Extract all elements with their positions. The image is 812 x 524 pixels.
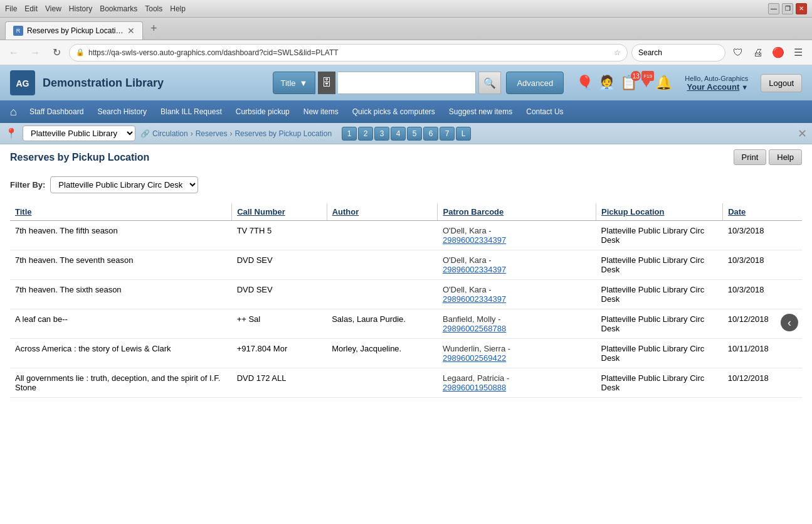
browser-icon-bar: 🛡 🖨 🔴 ☰ [729, 44, 807, 61]
home-icon[interactable]: ⌂ [5, 103, 22, 121]
bookmark-icon[interactable]: ☆ [614, 48, 621, 57]
extension-icon-btn[interactable]: 🔴 [769, 44, 787, 61]
cell-title-3: A leaf can be-- [10, 309, 232, 339]
cell-call-1: DVD SEV [232, 250, 327, 280]
col-header-author[interactable]: Author [327, 203, 438, 221]
search-type-select[interactable]: Title ▼ [273, 72, 316, 94]
col-header-patron-barcode[interactable]: Patron Barcode [438, 203, 596, 221]
menu-bookmarks[interactable]: Bookmarks [100, 4, 137, 13]
menu-tools[interactable]: Tools [145, 4, 162, 13]
col-header-call-number[interactable]: Call Number [232, 203, 327, 221]
patron-barcode-link-4[interactable]: 29896002569422 [443, 353, 506, 363]
nav-curbside[interactable]: Curbside pickup [229, 104, 296, 120]
cell-author-1 [327, 250, 438, 280]
patron-barcode-link-3[interactable]: 29896002568788 [443, 324, 506, 333]
search-button[interactable]: 🔍 [478, 72, 501, 94]
menu-file[interactable]: File [5, 4, 17, 13]
tab-title: Reserves by Pickup Location | S [27, 26, 124, 35]
patron-barcode-link-1[interactable]: 29896002334397 [443, 265, 506, 274]
page-5[interactable]: 5 [407, 127, 422, 141]
close-button[interactable]: ✕ [796, 3, 807, 14]
page-7[interactable]: 7 [440, 127, 455, 141]
cell-author-0 [327, 221, 438, 250]
table-row: All governments lie : truth, deception, … [10, 368, 802, 398]
content-area: ‹ Reserves by Pickup Location Print Help… [0, 144, 812, 524]
table-row: A leaf can be-- ++ Sal Salas, Laura Purd… [10, 309, 802, 339]
new-tab-button[interactable]: + [145, 19, 162, 38]
col-header-pickup-location[interactable]: Pickup Location [596, 203, 723, 221]
address-bar[interactable]: 🔒 https://qa-swls-verso.auto-graphics.co… [69, 44, 628, 61]
menu-view[interactable]: View [45, 4, 61, 13]
list-icon-wrapper[interactable]: 📋 13 [620, 75, 637, 91]
content-title: Reserves by Pickup Location [10, 152, 149, 163]
nav-suggest[interactable]: Suggest new items [443, 104, 519, 120]
search-input[interactable] [338, 72, 476, 94]
address-text: https://qa-swls-verso.auto-graphics.com/… [88, 48, 610, 57]
browser-search-box[interactable]: Search [631, 44, 725, 61]
app-header: AG Demonstration Library Title ▼ 🗄 🔍 Adv… [0, 65, 812, 100]
help-button[interactable]: Help [769, 149, 802, 165]
chevron-down-icon: ▼ [300, 78, 308, 88]
minimize-button[interactable]: — [768, 3, 779, 14]
window-controls[interactable]: — ❐ ✕ [768, 3, 807, 14]
table-row: 7th heaven. The sixth season DVD SEV O'D… [10, 280, 802, 309]
app-title: Demonstration Library [43, 77, 265, 90]
cell-author-3: Salas, Laura Purdie. [327, 309, 438, 339]
filter-row: Filter By: Platteville Public Library Ci… [10, 176, 802, 193]
browser-menu[interactable]: File Edit View History Bookmarks Tools H… [5, 4, 186, 13]
your-account-link[interactable]: Your Account [687, 82, 740, 92]
browser-tab-active[interactable]: R Reserves by Pickup Location | S ✕ [5, 21, 143, 40]
patron-barcode-link-0[interactable]: 29896002334397 [443, 235, 506, 245]
page-2[interactable]: 2 [358, 127, 373, 141]
patron-barcode-link-5[interactable]: 29896001950888 [443, 383, 506, 392]
bell-icon[interactable]: 🔔 [655, 75, 672, 91]
col-header-title[interactable]: Title [10, 203, 232, 221]
print-icon-btn[interactable]: 🖨 [749, 44, 767, 61]
page-6[interactable]: 6 [423, 127, 438, 141]
menu-history[interactable]: History [69, 4, 92, 13]
reload-button[interactable]: ↻ [48, 44, 65, 61]
nav-search-history[interactable]: Search History [91, 104, 153, 120]
cell-title-2: 7th heaven. The sixth season [10, 280, 232, 309]
patron-barcode-link-2[interactable]: 29896002334397 [443, 294, 506, 304]
menu-icon-btn[interactable]: ☰ [789, 44, 807, 61]
advanced-search-button[interactable]: Advanced [506, 72, 564, 94]
account-chevron-icon: ▼ [741, 83, 748, 91]
forward-button[interactable]: → [26, 44, 44, 61]
print-button[interactable]: Print [734, 149, 767, 165]
page-numbers: 1 2 3 4 5 6 7 L [342, 127, 471, 141]
page-l[interactable]: L [456, 127, 471, 141]
location-bar-close-icon[interactable]: ✕ [798, 127, 807, 141]
nav-staff-dashboard[interactable]: Staff Dashboard [23, 104, 90, 120]
nav-contact[interactable]: Contact Us [520, 104, 569, 120]
page-3[interactable]: 3 [374, 127, 389, 141]
filter-label: Filter By: [10, 180, 45, 190]
page-1[interactable]: 1 [342, 127, 357, 141]
heart-icon-wrapper[interactable]: ♥ F19 [642, 75, 650, 91]
table-row: 7th heaven. The fifth season TV 7TH 5 O'… [10, 221, 802, 250]
breadcrumb-circulation[interactable]: Circulation [152, 129, 188, 138]
nav-blank-ill[interactable]: Blank ILL Request [154, 104, 228, 120]
breadcrumb-sep-2: › [229, 129, 232, 138]
maximize-button[interactable]: ❐ [782, 3, 793, 14]
page-4[interactable]: 4 [391, 127, 406, 141]
menu-edit[interactable]: Edit [24, 4, 38, 13]
breadcrumb-reserves[interactable]: Reserves [196, 129, 228, 138]
cell-pickup-1: Platteville Public Library Circ Desk [596, 250, 723, 280]
back-button[interactable]: ← [5, 44, 23, 61]
breadcrumb-reserves-pickup[interactable]: Reserves by Pickup Location [235, 129, 332, 138]
nav-new-items[interactable]: New items [297, 104, 345, 120]
nav-quick-picks[interactable]: Quick picks & computers [346, 104, 441, 120]
search-db-icon[interactable]: 🗄 [318, 72, 335, 94]
filter-select[interactable]: Platteville Public Library Circ Desk [50, 176, 198, 193]
back-arrow-button[interactable]: ‹ [781, 314, 798, 331]
logout-button[interactable]: Logout [761, 74, 802, 92]
location-select[interactable]: Platteville Public Library [23, 126, 135, 141]
table-row: 7th heaven. The seventh season DVD SEV O… [10, 250, 802, 280]
tab-close-icon[interactable]: ✕ [127, 26, 135, 36]
staff-icon[interactable]: 🧑‍💼 [598, 75, 615, 91]
shield-icon-btn[interactable]: 🛡 [729, 44, 747, 61]
col-header-date[interactable]: Date [723, 203, 802, 221]
menu-help[interactable]: Help [170, 4, 186, 13]
balloon-icon[interactable]: 🎈 [576, 75, 593, 91]
